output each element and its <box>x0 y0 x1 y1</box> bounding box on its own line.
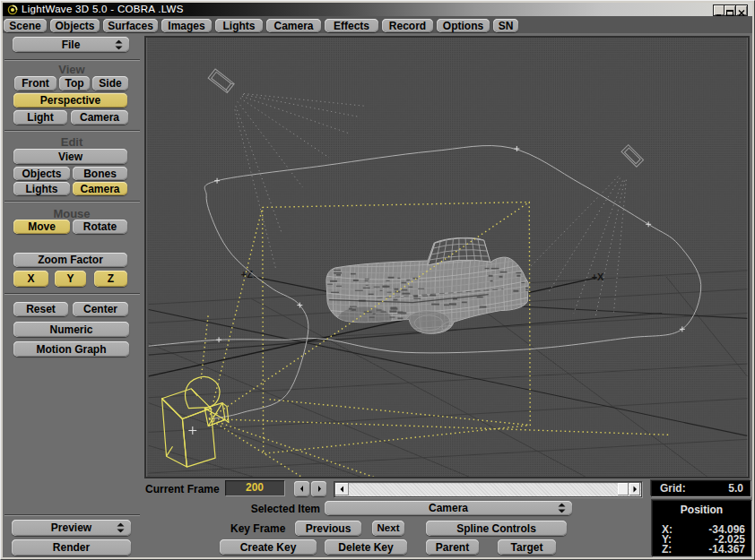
svg-text:+X: +X <box>592 271 604 282</box>
svg-text:+Z: +Z <box>241 269 253 280</box>
